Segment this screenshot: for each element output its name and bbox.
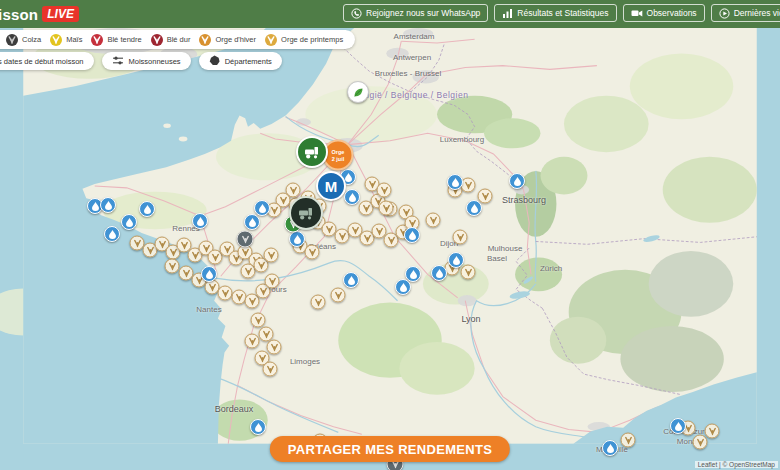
nav-button-3[interactable]: Dernières vidéos <box>711 4 780 22</box>
filter-pill-label: Départements <box>225 57 272 66</box>
filter-pill-1[interactable]: Moissonneuses <box>102 52 191 70</box>
map-marker-tan[interactable] <box>461 265 476 280</box>
crop-color-icon <box>199 34 211 46</box>
france-map[interactable]: AmsterdamAntwerpenBruxelles - BrusselBel… <box>0 28 780 470</box>
map-marker-gray-sm[interactable] <box>237 231 254 248</box>
crop-color-icon <box>50 34 62 46</box>
crop-filter-label: Blé tendre <box>107 35 141 44</box>
filter-pill-label: Toutes les dates de début moisson <box>0 57 84 66</box>
map-marker-blue[interactable] <box>509 173 525 189</box>
map-marker-blue[interactable] <box>431 265 447 281</box>
crop-filter-3[interactable]: Blé dur <box>151 34 191 46</box>
crop-color-icon <box>6 34 18 46</box>
filter-pill-label: Moissonneuses <box>129 57 181 66</box>
map-marker-blue[interactable] <box>192 213 208 229</box>
map-marker-tan[interactable] <box>311 295 326 310</box>
map-marker-tan[interactable] <box>267 340 282 355</box>
map-marker-tan[interactable] <box>693 435 708 450</box>
crop-filter-label: Orge d'hiver <box>215 35 256 44</box>
france-map-icon <box>209 55 220 68</box>
logo-text: Moisson <box>0 6 38 23</box>
whatsapp-icon <box>351 8 362 19</box>
crop-filter-2[interactable]: Blé tendre <box>91 34 141 46</box>
map-marker-m[interactable]: M <box>316 171 346 201</box>
map-marker-blue[interactable] <box>121 214 137 230</box>
crop-color-icon <box>265 34 277 46</box>
map-marker-blue[interactable] <box>343 272 359 288</box>
moissonlive-logo[interactable]: Moisson LIVE <box>0 6 79 23</box>
crop-filter-label: Maïs <box>66 35 82 44</box>
secondary-filter-row: Toutes les dates de début moissonMoisson… <box>0 52 282 70</box>
map-marker-blue[interactable] <box>466 200 482 216</box>
nav-button-label: Résultats et Statistiques <box>517 8 608 18</box>
map-marker-tan[interactable] <box>251 313 266 328</box>
play-icon <box>719 8 730 19</box>
crop-color-icon <box>151 34 163 46</box>
logo-live-badge: LIVE <box>42 6 79 22</box>
nav-button-2[interactable]: Observations <box>623 4 705 22</box>
crop-filter-5[interactable]: Orge de printemps <box>265 34 343 46</box>
map-marker-blue[interactable] <box>289 231 305 247</box>
map-marker-blue[interactable] <box>447 174 463 190</box>
map-marker-blue[interactable] <box>250 419 266 435</box>
share-yields-button[interactable]: PARTAGER MES RENDEMENTS <box>270 436 510 462</box>
crop-filter-label: Blé dur <box>167 35 191 44</box>
nav-button-0[interactable]: Rejoignez nous sur WhatsApp <box>343 4 488 22</box>
moissonlive-app: AmsterdamAntwerpenBruxelles - BrusselBel… <box>0 0 780 470</box>
map-marker-blue[interactable] <box>404 227 420 243</box>
map-marker-blue[interactable] <box>602 440 618 456</box>
map-attribution[interactable]: Leaflet | © OpenStreetMap <box>695 461 778 468</box>
map-marker-tan[interactable] <box>165 259 180 274</box>
top-navbar: Moisson LIVE Rejoignez nous sur WhatsApp… <box>0 0 780 28</box>
map-marker-combine-green[interactable] <box>296 136 328 168</box>
crop-filter-label: Colza <box>22 35 41 44</box>
map-marker-tan[interactable] <box>265 274 280 289</box>
crop-filter-bar: ColzaMaïsBlé tendreBlé durOrge d'hiverOr… <box>0 30 355 49</box>
map-marker-blue[interactable] <box>395 279 411 295</box>
sliders-icon <box>112 55 124 68</box>
map-marker-leaf[interactable] <box>347 81 369 103</box>
map-marker-blue[interactable] <box>104 226 120 242</box>
map-marker-blue[interactable] <box>201 266 217 282</box>
map-marker-tan[interactable] <box>245 334 260 349</box>
crop-filter-4[interactable]: Orge d'hiver <box>199 34 256 46</box>
map-marker-blue[interactable] <box>344 189 360 205</box>
map-marker-blue[interactable] <box>244 214 260 230</box>
map-marker-tan[interactable] <box>377 183 392 198</box>
camera-icon <box>631 8 643 18</box>
map-marker-tan[interactable] <box>305 245 320 260</box>
nav-button-label: Dernières vidéos <box>734 8 780 18</box>
map-marker-blue[interactable] <box>100 197 116 213</box>
nav-button-label: Rejoignez nous sur WhatsApp <box>366 8 480 18</box>
header-nav: Rejoignez nous sur WhatsAppRésultats et … <box>343 4 780 22</box>
map-tiles <box>0 28 780 470</box>
crop-color-icon <box>91 34 103 46</box>
map-marker-tan[interactable] <box>705 424 720 439</box>
map-marker-combine-dark[interactable] <box>289 196 323 230</box>
filter-pill-2[interactable]: Départements <box>199 52 282 70</box>
map-marker-tan[interactable] <box>478 189 493 204</box>
map-marker-tan[interactable] <box>426 213 441 228</box>
map-marker-blue[interactable] <box>254 200 270 216</box>
crop-filter-label: Orge de printemps <box>281 35 343 44</box>
map-marker-tan[interactable] <box>264 248 279 263</box>
stats-icon <box>502 8 513 19</box>
map-marker-tan[interactable] <box>263 362 278 377</box>
map-marker-blue[interactable] <box>670 418 686 434</box>
nav-button-label: Observations <box>647 8 697 18</box>
crop-filter-0[interactable]: Colza <box>6 34 41 46</box>
map-marker-blue[interactable] <box>139 201 155 217</box>
map-marker-tan[interactable] <box>331 288 346 303</box>
filter-pill-0[interactable]: Toutes les dates de début moisson <box>0 52 94 70</box>
nav-button-1[interactable]: Résultats et Statistiques <box>494 4 616 22</box>
crop-filter-1[interactable]: Maïs <box>50 34 82 46</box>
map-marker-tan[interactable] <box>453 230 468 245</box>
map-marker-blue[interactable] <box>448 252 464 268</box>
map-marker-tan[interactable] <box>218 286 233 301</box>
map-marker-tan[interactable] <box>621 433 636 448</box>
map-marker-tan[interactable] <box>379 201 394 216</box>
